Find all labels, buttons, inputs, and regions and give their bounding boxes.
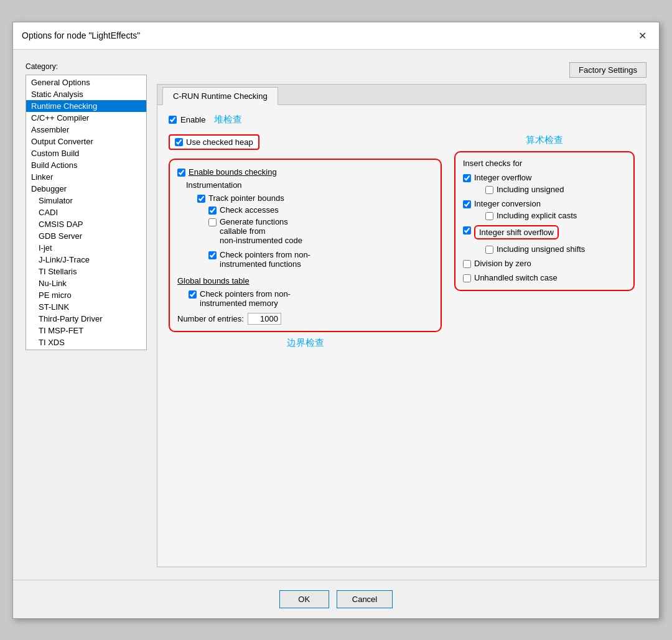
main-panel: Factory Settings C-RUN Runtime Checking … [157, 62, 646, 567]
sidebar-item-general-options[interactable]: General Options [26, 77, 146, 88]
integer-shift-checkbox[interactable] [463, 226, 471, 234]
integer-overflow-checkbox[interactable] [463, 174, 471, 182]
left-column: Use checked heap Enable bounds checking [169, 134, 442, 349]
division-by-zero-checkbox[interactable] [463, 260, 471, 268]
generate-functions-checkbox[interactable] [208, 218, 217, 226]
integer-conversion-checkbox[interactable] [463, 200, 471, 208]
enable-bounds-checkbox[interactable] [177, 169, 185, 177]
including-unsigned-shifts-checkbox[interactable] [485, 246, 493, 254]
sidebar: Category: General Options Static Analysi… [26, 62, 147, 567]
sidebar-item-nu-link[interactable]: Nu-Link [26, 277, 146, 289]
use-checked-heap-checkbox[interactable] [175, 138, 183, 146]
integer-conversion-label: Integer conversion [474, 199, 541, 208]
sidebar-item-runtime-checking[interactable]: Runtime Checking [26, 100, 146, 112]
including-unsigned-row: Including unsigned [485, 183, 626, 195]
sidebar-item-simulator[interactable]: Simulator [26, 195, 146, 206]
integer-shift-row: Integer shift overflow [463, 224, 626, 243]
track-pointer-row: Track pointer bounds [197, 192, 433, 204]
including-unsigned-checkbox[interactable] [485, 186, 493, 194]
check-pointers-inst-checkbox[interactable] [208, 251, 217, 259]
title-bar: Options for node "LightEffects" ✕ [13, 22, 659, 50]
sidebar-item-output-converter[interactable]: Output Converter [26, 136, 146, 147]
integer-overflow-label: Integer overflow [474, 173, 532, 182]
unhandled-switch-row: Unhandled switch case [463, 272, 626, 284]
sidebar-item-build-actions[interactable]: Build Actions [26, 159, 146, 171]
enable-bounds-row: Enable bounds checking [177, 166, 433, 178]
division-by-zero-label: Division by zero [474, 259, 531, 268]
sidebar-item-ti-xds[interactable]: TI XDS [26, 336, 146, 348]
check-pointers-mem-checkbox[interactable] [189, 290, 197, 299]
check-pointers-mem-row: Check pointers from non-instrumented mem… [189, 288, 433, 309]
sidebar-item-gdb-server[interactable]: GDB Server [26, 230, 146, 242]
chinese-arithmetic-label: 算术检查 [454, 134, 635, 146]
tab-bar: C-RUN Runtime Checking [157, 85, 646, 105]
integer-overflow-row: Integer overflow [463, 172, 626, 183]
sidebar-item-custom-build[interactable]: Custom Build [26, 147, 146, 159]
check-pointers-mem-label: Check pointers from non-instrumented mem… [200, 289, 291, 308]
enable-bounds-label: Enable bounds checking [189, 167, 277, 177]
sidebar-item-pe-micro[interactable]: PE micro [26, 289, 146, 301]
enable-checkbox[interactable] [169, 116, 177, 124]
arithmetic-checks-box: Insert checks for Integer overflow Inclu… [454, 151, 635, 291]
integer-shift-label: Integer shift overflow [479, 228, 554, 237]
unhandled-switch-checkbox[interactable] [463, 274, 471, 282]
sidebar-item-cpp-compiler[interactable]: C/C++ Compiler [26, 112, 146, 124]
including-explicit-casts-label: Including explicit casts [497, 211, 577, 220]
sidebar-item-linker[interactable]: Linker [26, 171, 146, 183]
generate-functions-row: Generate functionscallable fromnon-instr… [208, 216, 433, 246]
sidebar-item-static-analysis[interactable]: Static Analysis [26, 88, 146, 100]
right-column: 算术检查 Insert checks for Integer overflow [454, 134, 635, 291]
check-pointers-inst-row: Check pointers from non-instrumented fun… [208, 249, 433, 270]
including-explicit-casts-checkbox[interactable] [485, 212, 493, 220]
sidebar-item-jlink[interactable]: J-Link/J-Trace [26, 254, 146, 266]
sidebar-item-debugger[interactable]: Debugger [26, 183, 146, 195]
sidebar-list: General Options Static Analysis Runtime … [26, 75, 147, 350]
chinese-bounds-label: 边界检查 [169, 337, 442, 349]
check-accesses-label: Check accesses [220, 205, 279, 215]
sidebar-item-ti-stellaris[interactable]: TI Stellaris [26, 266, 146, 277]
enable-row: Enable 堆检查 [169, 114, 635, 126]
sidebar-item-i-jet[interactable]: I-jet [26, 242, 146, 254]
cancel-button[interactable]: Cancel [337, 590, 393, 608]
bounds-checking-box: Enable bounds checking Instrumentation T… [169, 159, 442, 332]
including-unsigned-shifts-row: Including unsigned shifts [485, 243, 626, 255]
tab-crun[interactable]: C-RUN Runtime Checking [162, 87, 278, 105]
entries-row: Number of entries: 1000 [177, 313, 433, 325]
entries-label: Number of entries: [177, 314, 244, 323]
entries-input[interactable]: 1000 [248, 313, 281, 325]
use-checked-heap-label: Use checked heap [186, 137, 253, 147]
dialog-body: Category: General Options Static Analysi… [13, 50, 659, 580]
sidebar-item-st-link[interactable]: ST-LINK [26, 301, 146, 313]
category-label: Category: [26, 62, 147, 71]
division-by-zero-row: Division by zero [463, 257, 626, 269]
global-bounds-title: Global bounds table [177, 276, 433, 285]
check-pointers-inst-label: Check pointers from non-instrumented fun… [220, 250, 310, 269]
sidebar-item-assembler[interactable]: Assembler [26, 124, 146, 136]
unhandled-switch-label: Unhandled switch case [474, 273, 558, 282]
ok-button[interactable]: OK [279, 590, 329, 608]
including-explicit-casts-row: Including explicit casts [485, 210, 626, 221]
two-columns: Use checked heap Enable bounds checking [169, 134, 635, 349]
enable-label: Enable [180, 115, 205, 124]
factory-settings-button[interactable]: Factory Settings [569, 62, 646, 78]
track-pointer-checkbox[interactable] [197, 195, 205, 203]
factory-btn-row: Factory Settings [157, 62, 646, 78]
dialog: Options for node "LightEffects" ✕ Catego… [12, 22, 660, 619]
sidebar-item-cadi[interactable]: CADI [26, 206, 146, 218]
track-pointer-label: Track pointer bounds [208, 193, 284, 203]
sidebar-item-cmsis-dap[interactable]: CMSIS DAP [26, 218, 146, 230]
including-unsigned-label: Including unsigned [497, 185, 564, 194]
tab-content: Enable 堆检查 Use checked heap [157, 105, 646, 358]
close-button[interactable]: ✕ [635, 29, 650, 43]
integer-conversion-row: Integer conversion [463, 198, 626, 210]
dialog-title: Options for node "LightEffects" [22, 30, 140, 40]
sidebar-item-ti-msp-fet[interactable]: TI MSP-FET [26, 325, 146, 336]
generate-functions-label: Generate functionscallable fromnon-instr… [220, 217, 302, 245]
insert-checks-title: Insert checks for [463, 159, 626, 168]
check-accesses-checkbox[interactable] [208, 206, 217, 215]
content-area: C-RUN Runtime Checking Enable 堆检查 [157, 84, 646, 567]
sidebar-item-third-party[interactable]: Third-Party Driver [26, 313, 146, 325]
integer-shift-label-box: Integer shift overflow [474, 225, 559, 239]
check-accesses-row: Check accesses [208, 204, 433, 216]
instrumentation-title: Instrumentation [186, 180, 433, 190]
